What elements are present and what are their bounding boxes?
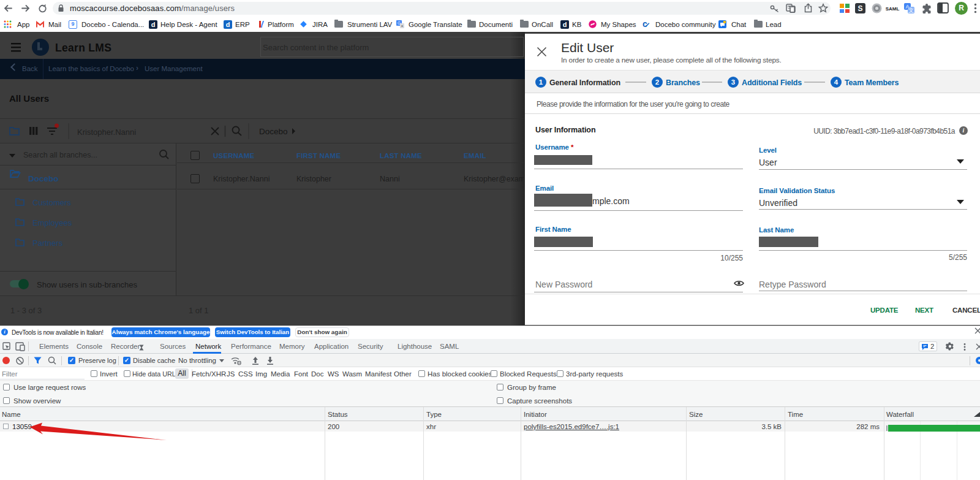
svg-text:S: S: [858, 4, 862, 13]
svg-text:SAML: SAML: [886, 6, 900, 12]
svg-text:文: 文: [908, 7, 914, 13]
